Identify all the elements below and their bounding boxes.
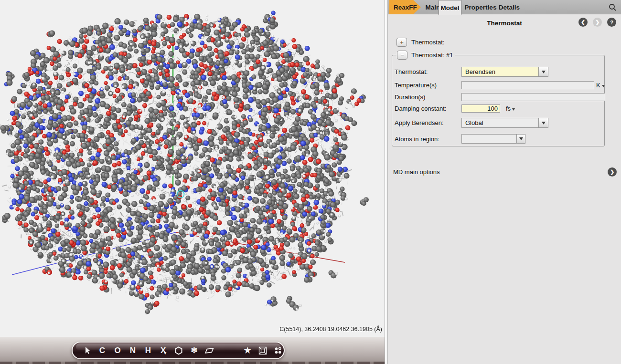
atoms-region-row: Atoms in region: bbox=[392, 134, 604, 144]
temperature-unit-caret-icon bbox=[602, 85, 605, 87]
thermostat-type-row: Thermostat: Berendsen bbox=[392, 67, 604, 77]
damping-label: Damping constant: bbox=[395, 105, 446, 112]
molecule-viewer-pane: C(5514), 36.2408 19.0462 36.1905 (Å) C O… bbox=[0, 0, 385, 364]
plane-tool-icon[interactable] bbox=[202, 343, 217, 358]
tab-reaxff[interactable]: ReaxFF bbox=[389, 0, 421, 14]
element-c-button[interactable]: C bbox=[95, 343, 110, 358]
tab-bar: ReaxFF Main Model Properties Details bbox=[388, 0, 621, 14]
molecule-canvas[interactable] bbox=[0, 0, 385, 337]
md-main-options-go-icon[interactable]: ❯ bbox=[608, 167, 617, 177]
thermostat-type-dropdown-icon[interactable] bbox=[539, 67, 548, 77]
temperature-row: Temperature(s) K bbox=[392, 81, 604, 89]
apply-berendsen-value[interactable]: Global bbox=[461, 118, 539, 128]
apply-berendsen-dropdown-icon[interactable] bbox=[539, 118, 548, 128]
temperature-input[interactable] bbox=[461, 81, 594, 89]
thermostat-group-legend: − Thermostat: #1 bbox=[396, 51, 455, 60]
duration-input[interactable] bbox=[461, 93, 605, 101]
temperature-label: Temperature(s) bbox=[395, 82, 437, 89]
damping-unit-caret-icon bbox=[512, 108, 515, 111]
apply-berendsen-label: Apply Berendsen: bbox=[395, 119, 444, 126]
thermostat-type-label: Thermostat: bbox=[395, 68, 428, 75]
add-thermostat-row: + Thermostat: bbox=[388, 38, 621, 47]
thermostat-group: − Thermostat: #1 Thermostat: Berendsen T… bbox=[392, 55, 605, 146]
perspective-box-icon[interactable] bbox=[255, 343, 270, 358]
status-coordinates: C(5514), 36.2408 19.0462 36.1905 (Å) bbox=[279, 326, 382, 333]
help-icon[interactable]: ? bbox=[607, 18, 616, 27]
viewer-bottom-bar: C O N H X ▾ ❄ ★ bbox=[0, 337, 385, 364]
pointer-tool-icon[interactable] bbox=[79, 343, 95, 358]
temperature-unit-dropdown[interactable]: K bbox=[596, 82, 605, 89]
dots-grid-icon[interactable] bbox=[270, 343, 286, 358]
settings-panel: ReaxFF Main Model Properties Details The… bbox=[388, 0, 621, 364]
thermostat-group-title: Thermostat: #1 bbox=[411, 52, 453, 59]
tab-model[interactable]: Model bbox=[439, 0, 461, 15]
temperature-unit-label: K bbox=[596, 82, 600, 89]
add-thermostat-label: Thermostat: bbox=[411, 39, 444, 46]
bottom-reflection-strip bbox=[0, 362, 385, 364]
search-icon[interactable] bbox=[609, 3, 617, 11]
tab-properties[interactable]: Properties bbox=[462, 0, 499, 14]
remove-thermostat-button[interactable]: − bbox=[397, 51, 407, 60]
ring-hexagon-icon[interactable] bbox=[171, 343, 186, 358]
thermostat-type-value[interactable]: Berendsen bbox=[461, 67, 539, 77]
star-icon[interactable]: ★ bbox=[240, 343, 255, 358]
atoms-region-label: Atoms in region: bbox=[395, 135, 439, 143]
tab-details[interactable]: Details bbox=[498, 0, 520, 14]
element-n-button[interactable]: N bbox=[125, 343, 140, 358]
atoms-region-value[interactable] bbox=[461, 134, 517, 144]
element-x-button[interactable]: X ▾ bbox=[156, 343, 171, 358]
duration-label: Duration(s) bbox=[395, 94, 425, 101]
forward-arrow-icon: ❯ bbox=[593, 18, 602, 27]
md-main-options-row: MD main options ❯ bbox=[388, 167, 621, 177]
duration-row: Duration(s) bbox=[392, 93, 604, 101]
apply-berendsen-row: Apply Berendsen: Global bbox=[392, 118, 604, 128]
damping-row: Damping constant: fs bbox=[392, 104, 604, 113]
add-thermostat-button[interactable]: + bbox=[396, 38, 407, 47]
element-h-button[interactable]: H bbox=[140, 343, 156, 358]
damping-unit-label: fs bbox=[506, 105, 511, 112]
pane-divider[interactable] bbox=[385, 0, 388, 364]
snowflake-icon[interactable]: ❄ bbox=[186, 343, 202, 358]
element-toolbar: C O N H X ▾ ❄ ★ bbox=[72, 342, 285, 359]
md-main-options-label: MD main options bbox=[393, 168, 440, 176]
damping-unit-dropdown[interactable]: fs bbox=[506, 105, 515, 112]
damping-input[interactable] bbox=[461, 104, 500, 113]
back-arrow-icon[interactable]: ❮ bbox=[578, 18, 588, 27]
element-x-dropdown-icon: ▾ bbox=[164, 351, 166, 355]
atoms-region-dropdown-icon[interactable] bbox=[517, 134, 525, 144]
element-o-button[interactable]: O bbox=[110, 343, 125, 358]
